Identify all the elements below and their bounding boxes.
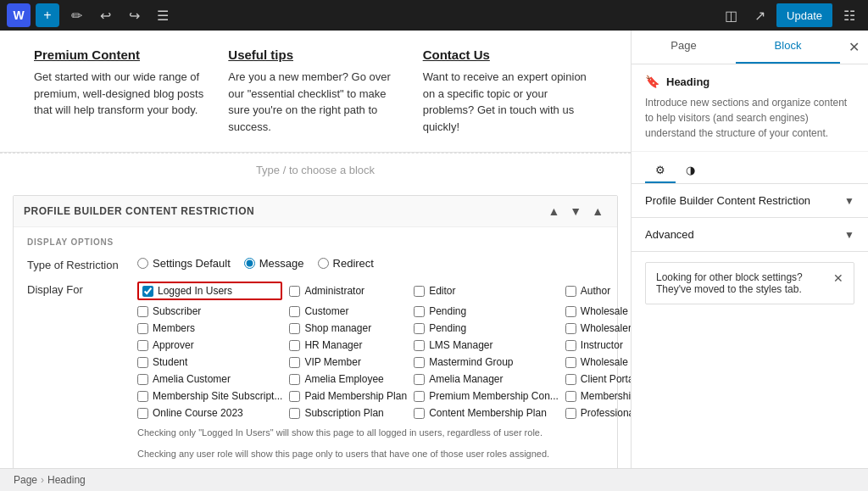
role-checkbox-10[interactable]: Members	[137, 322, 282, 334]
role-checkbox-0[interactable]: Logged In Users	[137, 282, 282, 300]
role-checkbox-35[interactable]: Online Course 2023	[137, 407, 282, 419]
sidebar-tabs: Page Block ✕	[632, 31, 868, 64]
hint1: Checking only "Logged In Users" will sho…	[137, 426, 631, 440]
role-checkbox-27[interactable]: Amelia Manager	[414, 373, 559, 385]
style-tab-appearance[interactable]: ◑	[676, 159, 705, 183]
role-checkbox-21[interactable]: VIP Member	[289, 356, 407, 368]
col1-text: Get started with our wide range of premi…	[34, 69, 208, 119]
block-title: Heading	[666, 75, 709, 88]
type-of-restriction-label: Type of Restriction	[27, 257, 137, 271]
role-checkbox-15[interactable]: Approver	[137, 339, 282, 351]
breadcrumb: Page › Heading	[0, 468, 868, 491]
content-section: Premium Content Get started with our wid…	[0, 31, 631, 153]
right-sidebar: Page Block ✕ 🔖 Heading Introduce new sec…	[631, 31, 868, 468]
tools-button[interactable]: ✏	[64, 3, 88, 27]
role-checkbox-32[interactable]: Premium Membership Con...	[414, 390, 559, 402]
role-checkbox-36[interactable]: Subscription Plan	[289, 407, 407, 419]
breadcrumb-heading: Heading	[47, 474, 86, 486]
profile-builder-section: Profile Builder Content Restriction ▲ ▼ …	[13, 195, 618, 468]
pb-collapse-down-button[interactable]: ▼	[566, 203, 585, 220]
tab-page[interactable]: Page	[632, 31, 736, 64]
role-checkbox-33[interactable]: Membership Plan 2023	[565, 390, 631, 402]
toolbar: W + ✏ ↩ ↪ ☰ ◫ ↗ Update ☷	[0, 0, 868, 31]
advanced-section: Advanced ▼	[632, 218, 868, 252]
pb-content: DISPLAY OPTIONS Type of Restriction Sett…	[14, 227, 617, 468]
pb-sidebar-header[interactable]: Profile Builder Content Restriction ▼	[632, 184, 868, 217]
role-checkbox-23[interactable]: Wholesale Buyer	[565, 356, 631, 368]
restriction-type-group: Settings Default Message Redirect	[137, 257, 604, 270]
pb-header[interactable]: Profile Builder Content Restriction ▲ ▼ …	[14, 196, 617, 227]
radio-redirect[interactable]: Redirect	[318, 257, 374, 270]
col3-text: Want to receive an expert opinion on a s…	[423, 69, 597, 135]
breadcrumb-separator: ›	[41, 474, 44, 486]
role-checkbox-8[interactable]: Wholesale Customer	[565, 305, 631, 317]
role-checkbox-22[interactable]: Mastermind Group	[414, 356, 559, 368]
role-checkbox-16[interactable]: HR Manager	[289, 339, 407, 351]
redo-button[interactable]: ↪	[122, 3, 146, 27]
sidebar-block-info: 🔖 Heading Introduce new sections and org…	[632, 64, 868, 152]
style-tabs: ⚙ ◑	[632, 152, 868, 184]
type-of-restriction-row: Type of Restriction Settings Default Mes…	[27, 257, 604, 271]
col1-heading[interactable]: Premium Content	[34, 47, 208, 62]
role-checkbox-25[interactable]: Amelia Customer	[137, 373, 282, 385]
role-checkbox-31[interactable]: Paid Membership Plan	[289, 390, 407, 402]
role-checkbox-26[interactable]: Amelia Employee	[289, 373, 407, 385]
view-button[interactable]: ◫	[719, 3, 743, 27]
roles-grid: Logged In UsersAdministratorEditorAuthor…	[137, 282, 631, 460]
pb-collapse-up-button[interactable]: ▲	[544, 203, 563, 220]
display-options-label: DISPLAY OPTIONS	[27, 237, 604, 247]
wp-logo: W	[7, 3, 31, 27]
col3: Contact Us Want to receive an expert opi…	[423, 47, 597, 135]
role-checkbox-28[interactable]: Client Portal Subscription	[565, 373, 631, 385]
radio-settings-default[interactable]: Settings Default	[137, 257, 231, 270]
advanced-toggle: ▼	[844, 229, 854, 241]
pb-sidebar-title: Profile Builder Content Restriction	[645, 194, 844, 207]
role-checkbox-17[interactable]: LMS Manager	[414, 339, 559, 351]
settings-button[interactable]: ☷	[837, 3, 861, 27]
preview-button[interactable]: ↗	[748, 3, 771, 27]
style-tab-settings[interactable]: ⚙	[645, 159, 676, 183]
sidebar-close-button[interactable]: ✕	[840, 31, 868, 64]
bookmark-icon: 🔖	[645, 75, 659, 88]
role-checkbox-1[interactable]: Administrator	[289, 282, 407, 300]
block-description: Introduce new sections and organize cont…	[645, 95, 854, 141]
pb-sidebar-section: Profile Builder Content Restriction ▼	[632, 184, 868, 218]
col2-heading[interactable]: Useful tips	[228, 47, 402, 62]
update-button[interactable]: Update	[776, 3, 832, 27]
tab-block[interactable]: Block	[736, 31, 840, 64]
role-checkbox-6[interactable]: Customer	[289, 305, 407, 317]
hint2: Checking any user role will show this pa…	[137, 447, 631, 461]
display-for-label: Display For	[27, 282, 137, 296]
role-checkbox-5[interactable]: Subscriber	[137, 305, 282, 317]
col3-heading[interactable]: Contact Us	[423, 47, 597, 62]
role-checkbox-11[interactable]: Shop manager	[289, 322, 407, 334]
breadcrumb-page[interactable]: Page	[14, 474, 37, 486]
pb-close-button[interactable]: ▲	[588, 203, 607, 220]
radio-message[interactable]: Message	[244, 257, 304, 270]
advanced-header[interactable]: Advanced ▼	[632, 218, 868, 251]
editor-area: Premium Content Get started with our wid…	[0, 31, 631, 468]
pb-sidebar-toggle: ▼	[844, 195, 854, 207]
role-checkbox-13[interactable]: Wholesaler Purchasers	[565, 322, 631, 334]
col2-text: Are you a new member? Go over our "essen…	[228, 69, 402, 135]
notice-close-button[interactable]: ✕	[833, 271, 843, 285]
role-checkbox-20[interactable]: Student	[137, 356, 282, 368]
options-button[interactable]: ☰	[151, 3, 175, 27]
undo-button[interactable]: ↩	[93, 3, 117, 27]
col2: Useful tips Are you a new member? Go ove…	[228, 47, 402, 135]
advanced-title: Advanced	[645, 228, 844, 241]
role-checkbox-7[interactable]: Pending	[414, 305, 559, 317]
display-for-row: Display For Logged In UsersAdministrator…	[27, 282, 604, 460]
role-checkbox-18[interactable]: Instructor	[565, 339, 631, 351]
pb-header-title: Profile Builder Content Restriction	[24, 205, 544, 217]
role-checkbox-12[interactable]: Pending	[414, 322, 559, 334]
col1: Premium Content Get started with our wid…	[34, 47, 208, 135]
add-block-area[interactable]: Type / to choose a block	[0, 153, 631, 187]
role-checkbox-38[interactable]: Professional Fitness Plan	[565, 407, 631, 419]
role-checkbox-37[interactable]: Content Membership Plan	[414, 407, 559, 419]
role-checkbox-2[interactable]: Editor	[414, 282, 559, 300]
add-block-button[interactable]: +	[36, 3, 59, 27]
role-checkbox-3[interactable]: Author	[565, 282, 631, 300]
sidebar-notice: Looking for other block settings? They'v…	[645, 262, 854, 304]
role-checkbox-30[interactable]: Membership Site Subscript...	[137, 390, 282, 402]
